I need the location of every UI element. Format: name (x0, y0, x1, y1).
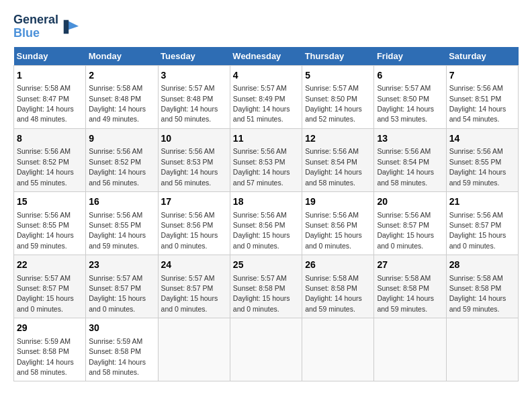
day-number: 29 (17, 322, 83, 335)
day-info: Sunrise: 5:56 AMSunset: 8:56 PMDaylight:… (161, 211, 218, 250)
calendar-cell: 8Sunrise: 5:56 AMSunset: 8:52 PMDaylight… (14, 128, 86, 191)
day-number: 22 (17, 259, 83, 272)
day-info: Sunrise: 5:56 AMSunset: 8:52 PMDaylight:… (17, 147, 74, 186)
day-number: 1 (17, 69, 83, 83)
calendar-cell: 13Sunrise: 5:56 AMSunset: 8:54 PMDayligh… (374, 128, 446, 191)
day-info: Sunrise: 5:56 AMSunset: 8:54 PMDaylight:… (305, 147, 362, 186)
day-info: Sunrise: 5:56 AMSunset: 8:55 PMDaylight:… (449, 147, 506, 186)
day-info: Sunrise: 5:56 AMSunset: 8:54 PMDaylight:… (377, 147, 434, 186)
day-info: Sunrise: 5:58 AMSunset: 8:48 PMDaylight:… (89, 84, 146, 123)
header-saturday: Saturday (446, 47, 518, 66)
day-info: Sunrise: 5:56 AMSunset: 8:55 PMDaylight:… (17, 211, 74, 250)
day-number: 19 (305, 195, 371, 209)
day-number: 14 (449, 132, 515, 146)
calendar-cell: 11Sunrise: 5:56 AMSunset: 8:53 PMDayligh… (230, 128, 302, 191)
day-number: 4 (233, 69, 299, 83)
calendar-cell: 20Sunrise: 5:56 AMSunset: 8:57 PMDayligh… (374, 191, 446, 255)
calendar-cell: 4Sunrise: 5:57 AMSunset: 8:49 PMDaylight… (230, 65, 302, 128)
calendar-cell: 28Sunrise: 5:58 AMSunset: 8:58 PMDayligh… (446, 255, 518, 318)
calendar-cell: 2Sunrise: 5:58 AMSunset: 8:48 PMDaylight… (86, 65, 158, 128)
calendar-cell: 17Sunrise: 5:56 AMSunset: 8:56 PMDayligh… (158, 191, 230, 255)
day-info: Sunrise: 5:58 AMSunset: 8:58 PMDaylight:… (449, 274, 506, 313)
day-number: 24 (161, 259, 227, 272)
calendar-cell: 14Sunrise: 5:56 AMSunset: 8:55 PMDayligh… (446, 128, 518, 191)
day-info: Sunrise: 5:58 AMSunset: 8:58 PMDaylight:… (377, 274, 434, 313)
day-number: 10 (161, 132, 227, 146)
day-number: 15 (17, 195, 83, 209)
calendar-table: SundayMondayTuesdayWednesdayThursdayFrid… (13, 47, 519, 382)
calendar-cell: 29Sunrise: 5:59 AMSunset: 8:58 PMDayligh… (14, 318, 86, 381)
day-info: Sunrise: 5:57 AMSunset: 8:48 PMDaylight:… (161, 84, 218, 123)
calendar-cell: 24Sunrise: 5:57 AMSunset: 8:57 PMDayligh… (158, 255, 230, 318)
day-number: 13 (377, 132, 443, 146)
calendar-header-row: SundayMondayTuesdayWednesdayThursdayFrid… (14, 47, 519, 66)
calendar-cell: 26Sunrise: 5:58 AMSunset: 8:58 PMDayligh… (302, 255, 374, 318)
calendar-week-1: 1Sunrise: 5:58 AMSunset: 8:47 PMDaylight… (14, 65, 519, 128)
calendar-cell: 15Sunrise: 5:56 AMSunset: 8:55 PMDayligh… (14, 191, 86, 255)
day-number: 26 (305, 259, 371, 272)
header-tuesday: Tuesday (158, 47, 230, 66)
day-info: Sunrise: 5:56 AMSunset: 8:55 PMDaylight:… (89, 211, 146, 250)
day-number: 9 (89, 132, 154, 146)
calendar-cell: 10Sunrise: 5:56 AMSunset: 8:53 PMDayligh… (158, 128, 230, 191)
header-monday: Monday (86, 47, 158, 66)
day-info: Sunrise: 5:56 AMSunset: 8:56 PMDaylight:… (233, 211, 290, 250)
day-number: 12 (305, 132, 371, 146)
day-number: 2 (89, 69, 154, 83)
calendar-cell: 5Sunrise: 5:57 AMSunset: 8:50 PMDaylight… (302, 65, 374, 128)
calendar-week-4: 22Sunrise: 5:57 AMSunset: 8:57 PMDayligh… (14, 255, 519, 318)
calendar-cell: 12Sunrise: 5:56 AMSunset: 8:54 PMDayligh… (302, 128, 374, 191)
day-number: 16 (89, 195, 154, 209)
day-info: Sunrise: 5:57 AMSunset: 8:50 PMDaylight:… (305, 84, 362, 123)
day-info: Sunrise: 5:57 AMSunset: 8:58 PMDaylight:… (233, 274, 290, 313)
header-thursday: Thursday (302, 47, 374, 66)
day-number: 23 (89, 259, 154, 272)
day-number: 18 (233, 195, 299, 209)
day-info: Sunrise: 5:56 AMSunset: 8:57 PMDaylight:… (377, 211, 434, 250)
day-number: 8 (17, 132, 83, 146)
day-info: Sunrise: 5:56 AMSunset: 8:52 PMDaylight:… (89, 147, 146, 186)
calendar-week-3: 15Sunrise: 5:56 AMSunset: 8:55 PMDayligh… (14, 191, 519, 255)
day-info: Sunrise: 5:56 AMSunset: 8:53 PMDaylight:… (233, 147, 290, 186)
day-info: Sunrise: 5:57 AMSunset: 8:57 PMDaylight:… (17, 274, 74, 313)
day-number: 28 (449, 259, 515, 272)
calendar-cell: 19Sunrise: 5:56 AMSunset: 8:56 PMDayligh… (302, 191, 374, 255)
day-number: 7 (449, 69, 515, 83)
calendar-week-2: 8Sunrise: 5:56 AMSunset: 8:52 PMDaylight… (14, 128, 519, 191)
calendar-cell: 9Sunrise: 5:56 AMSunset: 8:52 PMDaylight… (86, 128, 158, 191)
calendar-cell: 25Sunrise: 5:57 AMSunset: 8:58 PMDayligh… (230, 255, 302, 318)
logo: GeneralBlue (13, 13, 80, 40)
calendar-cell: 21Sunrise: 5:56 AMSunset: 8:57 PMDayligh… (446, 191, 518, 255)
calendar-cell: 7Sunrise: 5:56 AMSunset: 8:51 PMDaylight… (446, 65, 518, 128)
day-info: Sunrise: 5:59 AMSunset: 8:58 PMDaylight:… (17, 337, 74, 376)
header-sunday: Sunday (14, 47, 86, 66)
day-info: Sunrise: 5:57 AMSunset: 8:49 PMDaylight:… (233, 84, 290, 123)
day-info: Sunrise: 5:56 AMSunset: 8:51 PMDaylight:… (449, 84, 506, 123)
svg-marker-0 (67, 20, 79, 30)
day-number: 25 (233, 259, 299, 272)
day-number: 5 (305, 69, 371, 83)
calendar-cell: 1Sunrise: 5:58 AMSunset: 8:47 PMDaylight… (14, 65, 86, 128)
calendar-cell (446, 318, 518, 381)
header-wednesday: Wednesday (230, 47, 302, 66)
calendar-week-5: 29Sunrise: 5:59 AMSunset: 8:58 PMDayligh… (14, 318, 519, 381)
day-info: Sunrise: 5:56 AMSunset: 8:57 PMDaylight:… (449, 211, 506, 250)
calendar-cell: 22Sunrise: 5:57 AMSunset: 8:57 PMDayligh… (14, 255, 86, 318)
calendar-cell: 3Sunrise: 5:57 AMSunset: 8:48 PMDaylight… (158, 65, 230, 128)
day-number: 20 (377, 195, 443, 209)
day-info: Sunrise: 5:57 AMSunset: 8:57 PMDaylight:… (89, 274, 146, 313)
day-number: 11 (233, 132, 299, 146)
page-header: GeneralBlue (13, 13, 519, 40)
calendar-cell (374, 318, 446, 381)
day-number: 30 (89, 322, 154, 335)
calendar-cell: 23Sunrise: 5:57 AMSunset: 8:57 PMDayligh… (86, 255, 158, 318)
day-number: 17 (161, 195, 227, 209)
day-number: 21 (449, 195, 515, 209)
day-info: Sunrise: 5:56 AMSunset: 8:53 PMDaylight:… (161, 147, 218, 186)
day-number: 27 (377, 259, 443, 272)
day-number: 3 (161, 69, 227, 83)
day-info: Sunrise: 5:58 AMSunset: 8:58 PMDaylight:… (305, 274, 362, 313)
calendar-cell: 30Sunrise: 5:59 AMSunset: 8:58 PMDayligh… (86, 318, 158, 381)
svg-rect-1 (64, 20, 69, 34)
calendar-cell (302, 318, 374, 381)
